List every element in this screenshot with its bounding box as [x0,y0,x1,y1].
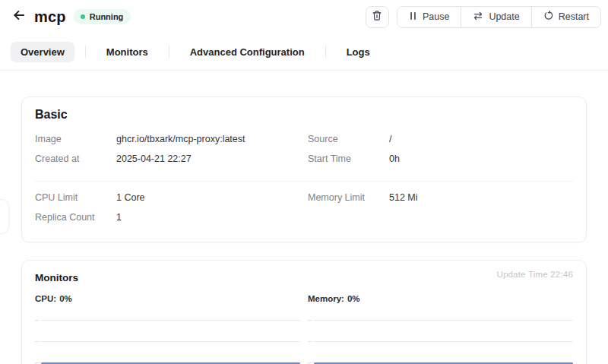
field-replica-count: Replica Count 1 [35,212,300,223]
memory-line-chart [308,309,573,364]
tab-divider [85,46,86,58]
restart-label: Restart [559,11,589,22]
tab-monitors[interactable]: Monitors [97,42,158,62]
field-image: Image ghcr.io/tbxark/mcp-proxy:latest [35,134,300,144]
main-content: Basic Image ghcr.io/tbxark/mcp-proxy:lat… [0,71,608,364]
status-badge: Running [74,9,131,24]
field-start-time: Start Time 0h [308,154,573,164]
monitors-header: Monitors Update Time 22:46 [35,270,573,283]
charts-row: CPU:0% Memory:0% [35,294,573,364]
basic-card-title: Basic [35,108,573,122]
field-value: 512 Mi [389,192,418,203]
action-button-group: Pause Update Restart [397,6,601,28]
cpu-chart-label: CPU:0% [35,294,300,303]
field-label: CPU Limit [35,192,116,203]
memory-value: 0% [347,294,360,303]
memory-chart-label: Memory:0% [308,294,573,303]
back-arrow-icon [12,8,26,25]
monitors-card: Monitors Update Time 22:46 CPU:0% [21,260,587,364]
fields-divider [35,181,573,182]
memory-chart-panel: Memory:0% [308,294,573,364]
axis-tick [35,341,39,342]
chart-gridline [41,341,300,342]
tab-overview[interactable]: Overview [11,42,74,62]
cpu-chart-panel: CPU:0% [35,294,300,364]
axis-tick [35,320,39,321]
field-label: Image [35,134,116,144]
back-button[interactable] [11,8,27,25]
field-memory-limit: Memory Limit 512 Mi [308,192,573,203]
tab-bar: Overview Monitors Advanced Configuration… [0,33,608,71]
basic-fields: Image ghcr.io/tbxark/mcp-proxy:latest So… [35,134,573,232]
field-empty [308,212,573,223]
update-label: Update [489,11,519,22]
field-source: Source / [308,134,573,144]
page-header: mcp Running [0,0,608,33]
field-value: 1 [116,212,122,223]
cpu-label: CPU: [35,294,56,303]
pause-button[interactable]: Pause [397,7,461,27]
trash-icon [372,10,382,24]
pause-label: Pause [423,11,449,22]
tab-logs[interactable]: Logs [337,42,380,62]
field-created-at: Created at 2025-04-21 22:27 [35,154,300,164]
axis-tick [308,341,312,342]
chart-gridline [41,320,300,321]
update-time-label: Update Time [496,270,547,279]
axis-tick [308,362,312,363]
update-time: Update Time 22:46 [496,270,573,279]
status-dot-icon [81,14,85,19]
edge-drawer-handle [0,199,9,234]
field-value: ghcr.io/tbxark/mcp-proxy:latest [116,134,245,144]
update-button[interactable]: Update [461,7,530,27]
cpu-line-chart [35,309,300,364]
chart-gridline [314,320,573,321]
status-label: Running [90,12,124,21]
restart-button[interactable]: Restart [531,7,600,27]
restart-icon [543,11,553,23]
update-time-value: 22:46 [550,270,573,279]
pause-icon [409,11,417,23]
page-title: mcp [34,8,66,26]
memory-label: Memory: [308,294,344,303]
delete-button[interactable] [366,6,389,28]
field-label: Source [308,134,389,144]
field-label: Start Time [308,154,389,164]
chart-gridline [314,341,573,342]
transfer-arrows-icon [473,11,483,23]
field-value: 2025-04-21 22:27 [116,154,192,164]
basic-card: Basic Image ghcr.io/tbxark/mcp-proxy:lat… [21,97,587,242]
axis-tick [35,362,39,363]
cpu-value: 0% [59,294,72,303]
header-actions: Pause Update Restart [366,6,601,28]
field-value: / [389,134,391,144]
field-value: 1 Core [116,192,145,203]
field-label: Memory Limit [308,192,389,203]
tab-advanced-configuration[interactable]: Advanced Configuration [180,42,315,62]
field-cpu-limit: CPU Limit 1 Core [35,192,300,203]
axis-tick [308,320,312,321]
field-label: Replica Count [35,212,116,223]
field-value: 0h [389,154,400,164]
tab-divider [169,46,169,58]
tab-divider [325,46,326,58]
monitors-title: Monitors [35,270,78,283]
field-label: Created at [35,154,116,164]
